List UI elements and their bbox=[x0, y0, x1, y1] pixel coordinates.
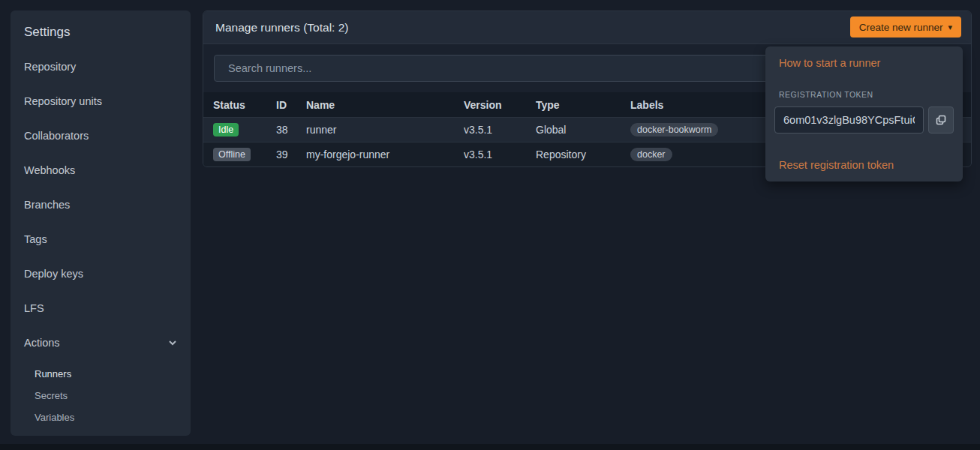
page-title: Manage runners (Total: 2) bbox=[215, 21, 348, 34]
sidebar-subitem-label: Variables bbox=[35, 412, 74, 423]
sidebar-item-label: Collaborators bbox=[24, 130, 89, 142]
chevron-down-icon bbox=[168, 338, 177, 347]
sidebar-item-label: LFS bbox=[24, 302, 44, 314]
runner-id: 39 bbox=[276, 148, 306, 160]
runner-type: Global bbox=[536, 124, 630, 136]
col-header-status: Status bbox=[203, 99, 276, 111]
sidebar-title: Settings bbox=[11, 10, 191, 50]
sidebar-item-branches[interactable]: Branches bbox=[11, 188, 191, 222]
registration-token-row bbox=[774, 106, 954, 134]
actions-submenu: Runners Secrets Variables bbox=[11, 363, 191, 428]
col-header-version: Version bbox=[464, 99, 536, 111]
runner-version: v3.5.1 bbox=[464, 148, 536, 160]
sidebar-item-repository[interactable]: Repository bbox=[11, 50, 191, 84]
caret-down-icon: ▾ bbox=[948, 23, 952, 32]
status-badge: Offline bbox=[213, 148, 251, 161]
runner-label-chip: docker-bookworm bbox=[630, 123, 718, 136]
page-bottom-strip bbox=[0, 444, 980, 450]
create-new-runner-label: Create new runner bbox=[859, 22, 943, 33]
sidebar-item-collaborators[interactable]: Collaborators bbox=[11, 118, 191, 153]
registration-token-label: REGISTRATION TOKEN bbox=[779, 90, 949, 99]
how-to-start-runner-link[interactable]: How to start a runner bbox=[779, 57, 949, 69]
sidebar-item-label: Branches bbox=[24, 199, 70, 211]
runner-label-chip: docker bbox=[630, 148, 672, 161]
sidebar-item-repository-units[interactable]: Repository units bbox=[11, 84, 191, 118]
sidebar-item-label: Repository bbox=[24, 61, 76, 73]
sidebar-item-label: Tags bbox=[24, 233, 47, 245]
sidebar-item-lfs[interactable]: LFS bbox=[11, 291, 191, 326]
runner-type: Repository bbox=[536, 148, 630, 160]
col-header-name: Name bbox=[306, 99, 464, 111]
sidebar-subitem-label: Secrets bbox=[35, 390, 68, 401]
create-runner-dropdown: How to start a runner REGISTRATION TOKEN… bbox=[765, 46, 963, 182]
runner-name: runner bbox=[306, 124, 464, 136]
sidebar-item-label: Webhooks bbox=[24, 164, 75, 176]
sidebar-item-webhooks[interactable]: Webhooks bbox=[11, 153, 191, 188]
registration-token-input[interactable] bbox=[774, 106, 924, 134]
sidebar-item-label: Repository units bbox=[24, 95, 102, 107]
settings-sidebar: Settings Repository Repository units Col… bbox=[11, 10, 191, 436]
sidebar-item-runners[interactable]: Runners bbox=[11, 363, 191, 385]
copy-token-button[interactable] bbox=[928, 106, 954, 134]
reset-registration-token-link[interactable]: Reset registration token bbox=[779, 159, 949, 171]
runner-id: 38 bbox=[276, 124, 306, 136]
runner-name: my-forgejo-runner bbox=[306, 148, 464, 160]
status-badge: Idle bbox=[213, 123, 239, 136]
sidebar-item-deploy-keys[interactable]: Deploy keys bbox=[11, 256, 191, 291]
sidebar-subitem-label: Runners bbox=[35, 368, 71, 380]
sidebar-item-actions[interactable]: Actions bbox=[11, 326, 191, 360]
copy-icon bbox=[935, 114, 947, 126]
sidebar-item-label: Deploy keys bbox=[24, 268, 83, 280]
sidebar-item-variables[interactable]: Variables bbox=[11, 406, 191, 428]
runner-version: v3.5.1 bbox=[464, 124, 536, 136]
sidebar-item-tags[interactable]: Tags bbox=[11, 222, 191, 256]
col-header-type: Type bbox=[536, 99, 630, 111]
col-header-id: ID bbox=[276, 99, 306, 111]
sidebar-item-secrets[interactable]: Secrets bbox=[11, 385, 191, 406]
create-new-runner-button[interactable]: Create new runner ▾ bbox=[850, 16, 961, 38]
sidebar-item-label: Actions bbox=[24, 337, 60, 349]
